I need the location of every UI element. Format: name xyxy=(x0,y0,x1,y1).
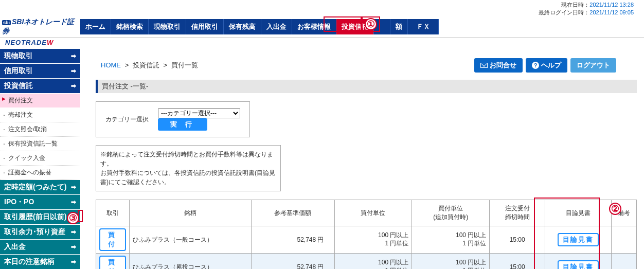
arrow-right-icon: ➡ xyxy=(71,243,76,250)
main-content: ③ HOME > 投資信託 > 買付一覧 お問合せ ?ヘルプ ログアウト 買付注… xyxy=(80,49,644,269)
sidebar-genbutsu[interactable]: 現物取引➡ xyxy=(0,49,80,64)
table-row: 買付ひふみプラス（一般コース）52,748 円100 円以上1 円単位100 円… xyxy=(96,226,637,254)
buy-unit: 100 円以上1 円単位 xyxy=(334,226,412,254)
marker-2-icon: ② xyxy=(609,203,621,215)
buy-unit-add: 100 円以上1 円単位 xyxy=(412,254,490,270)
buy-unit: 100 円以上1 円単位 xyxy=(334,254,412,270)
sidebar-yoryoku[interactable]: 取引余力･預り資産➡ xyxy=(0,225,80,240)
category-filter-box: カテゴリー選択 ---カテゴリー選択--- 実 行 xyxy=(96,101,250,137)
breadcrumb-l1: 投資信託 xyxy=(133,61,159,69)
nav-gaku[interactable]: 額 xyxy=(390,19,408,34)
arrow-right-icon: ➡ xyxy=(71,184,76,191)
buy-button[interactable]: 買付 xyxy=(99,256,126,269)
sidebar-sub-sell[interactable]: 売却注文 xyxy=(0,108,80,122)
prospectus-button[interactable]: 目論見書 xyxy=(558,260,599,269)
marker-3-icon: ③ xyxy=(67,212,79,224)
marker-1-icon: ① xyxy=(365,18,377,30)
sidebar: 現物取引➡ 信用取引➡ 投資信託➡ 買付注文 売却注文 注文照会/取消 保有投資… xyxy=(0,49,80,269)
arrow-right-icon: ➡ xyxy=(71,52,76,60)
sidebar-sub-holdings[interactable]: 保有投資信託一覧 xyxy=(0,137,80,151)
nav-search[interactable]: 銘柄検索 xyxy=(111,19,149,34)
ref-price: 52,748 円 xyxy=(251,254,334,270)
breadcrumb-home[interactable]: HOME xyxy=(101,61,121,69)
help-button[interactable]: ?ヘルプ xyxy=(526,58,567,73)
top-datetime-info: 現在日時：2021/11/12 13:28 最終ログイン日時：2021/11/1… xyxy=(0,0,644,16)
nav-genbutsu[interactable]: 現物取引 xyxy=(149,19,186,34)
notice-text: ※銘柄によって注文受付締切時間とお買付手数料等は異なります。 お買付手数料につい… xyxy=(96,145,281,191)
sidebar-sub-buy[interactable]: 買付注文 xyxy=(0,94,80,108)
question-icon: ? xyxy=(532,62,539,69)
nav-shinyou[interactable]: 信用取引 xyxy=(186,19,224,34)
global-nav: ホーム 銘柄検索 現物取引 信用取引 保有残高 入出金 お客様情報 投資信託 額… xyxy=(80,18,439,35)
th-name: 銘柄 xyxy=(129,200,251,226)
th-trade: 取引 xyxy=(96,200,130,226)
category-select[interactable]: ---カテゴリー選択--- xyxy=(158,108,240,118)
th-prospectus: 目論見書 xyxy=(545,200,612,226)
arrow-right-icon: ➡ xyxy=(71,199,76,206)
arrow-right-icon: ➡ xyxy=(71,228,76,236)
arrow-right-icon: ➡ xyxy=(71,67,76,75)
sidebar-io[interactable]: 入出金➡ xyxy=(0,240,80,255)
remark xyxy=(612,254,637,270)
nav-fx[interactable]: ＦＸ xyxy=(408,19,439,34)
sidebar-sub-inquiry[interactable]: 注文照会/取消 xyxy=(0,122,80,137)
logout-button[interactable]: ログアウト xyxy=(570,58,616,73)
sidebar-shinyou[interactable]: 信用取引➡ xyxy=(0,64,80,79)
execute-button[interactable]: 実 行 xyxy=(158,118,207,131)
sidebar-ipo[interactable]: IPO・PO➡ xyxy=(0,195,80,210)
buy-button[interactable]: 買付 xyxy=(99,228,126,251)
th-unit1: 買付単位 xyxy=(334,200,412,226)
sidebar-sub-margin[interactable]: 証拠金への振替 xyxy=(0,166,80,180)
deadline: 15:00 xyxy=(490,226,545,254)
nav-hoyuu[interactable]: 保有残高 xyxy=(224,19,261,34)
nav-nyushukkin[interactable]: 入出金 xyxy=(261,19,292,34)
nav-customer[interactable]: お客様情報 xyxy=(292,19,336,34)
fund-name: ひふみプラス（一般コース） xyxy=(129,226,251,254)
th-deadline: 注文受付 締切時間 xyxy=(490,200,545,226)
logo: sbiSBIネオトレード証券 xyxy=(0,16,80,37)
fund-table: 取引 銘柄 参考基準価額 買付単位 買付単位 (追加買付時) 注文受付 締切時間… xyxy=(96,200,637,269)
remark xyxy=(612,226,637,254)
th-unit2: 買付単位 (追加買付時) xyxy=(412,200,490,226)
breadcrumb-l2: 買付一覧 xyxy=(171,61,198,69)
logo-sub: NEOTRADEW xyxy=(0,38,80,49)
table-row: 買付ひふみプラス（累投コース）52,748 円100 円以上1 円単位100 円… xyxy=(96,254,637,270)
sidebar-toushin[interactable]: 投資信託➡ xyxy=(0,79,80,94)
arrow-right-icon: ➡ xyxy=(71,82,76,89)
sidebar-today[interactable]: 本日の注意銘柄➡ xyxy=(0,255,80,269)
category-label: カテゴリー選択 xyxy=(101,107,153,132)
contact-button[interactable]: お問合せ xyxy=(474,58,523,73)
prospectus-button[interactable]: 目論見書 xyxy=(558,233,599,246)
ref-price: 52,748 円 xyxy=(251,226,334,254)
buy-unit-add: 100 円以上1 円単位 xyxy=(412,226,490,254)
sidebar-sub-quick[interactable]: クイック入金 xyxy=(0,151,80,166)
breadcrumb-row: HOME > 投資信託 > 買付一覧 お問合せ ?ヘルプ ログアウト xyxy=(96,53,637,80)
section-title: 買付注文 -一覧- xyxy=(96,80,637,93)
fund-name: ひふみプラス（累投コース） xyxy=(129,254,251,270)
deadline: 15:00 xyxy=(490,254,545,270)
th-price: 参考基準価額 xyxy=(251,200,334,226)
nav-home[interactable]: ホーム xyxy=(80,19,111,34)
mail-icon xyxy=(480,63,488,68)
arrow-right-icon: ➡ xyxy=(71,258,76,265)
sidebar-teiji[interactable]: 定時定額(つみたて)➡ xyxy=(0,180,80,195)
